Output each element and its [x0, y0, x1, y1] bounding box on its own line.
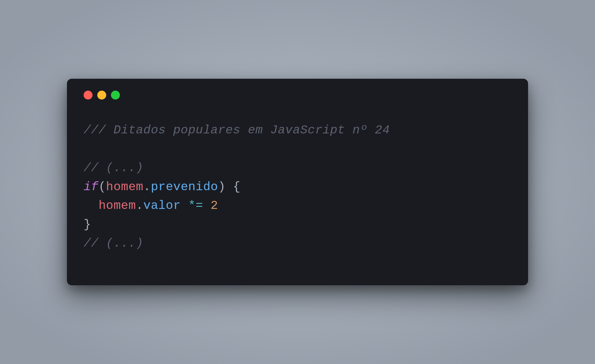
code-identifier-homem: homem: [106, 180, 143, 194]
code-identifier-homem2: homem: [98, 199, 136, 212]
code-comment-title: /// Ditados populares em JavaScript nº 2…: [84, 123, 390, 137]
zoom-icon[interactable]: [111, 91, 120, 100]
window-titlebar: [67, 79, 528, 100]
code-brace-open: {: [226, 180, 240, 194]
code-comment-ellipsis-top: // (...): [84, 161, 143, 175]
close-icon[interactable]: [84, 91, 93, 100]
code-number: 2: [211, 199, 218, 212]
code-property-valor: valor: [143, 199, 181, 212]
code-property-prevenido: prevenido: [151, 180, 218, 194]
code-dot2: .: [136, 199, 143, 212]
code-indent: [84, 199, 98, 212]
code-space1: [181, 199, 188, 212]
code-operator: *=: [188, 199, 203, 212]
code-paren-open: (: [98, 180, 106, 194]
code-brace-close: }: [84, 218, 91, 231]
code-space2: [203, 199, 211, 212]
code-keyword-if: if: [84, 180, 98, 194]
code-block: /// Ditados populares em JavaScript nº 2…: [67, 100, 528, 285]
minimize-icon[interactable]: [97, 91, 106, 100]
code-comment-ellipsis-bottom: // (...): [84, 237, 143, 250]
code-window: /// Ditados populares em JavaScript nº 2…: [67, 79, 528, 285]
code-paren-close: ): [218, 180, 226, 194]
code-dot: .: [143, 180, 151, 194]
